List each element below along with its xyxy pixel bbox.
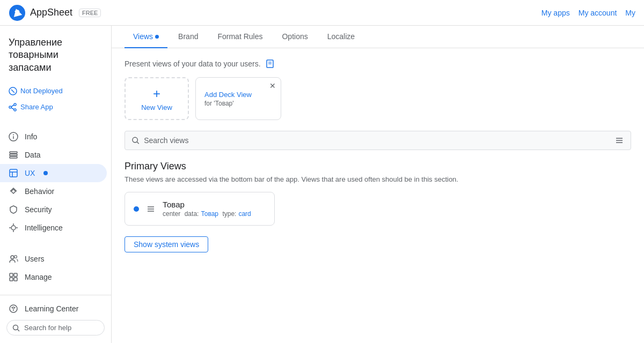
search-help-input-area[interactable]: Search for help	[6, 320, 105, 335]
tab-options[interactable]: Options	[273, 26, 316, 48]
sidebar-item-intelligence[interactable]: Intelligence	[0, 219, 107, 237]
search-views-icon	[131, 136, 140, 145]
security-icon	[9, 205, 18, 214]
app-title: Управление товарными запасами	[0, 32, 111, 83]
svg-point-22	[11, 256, 14, 259]
svg-point-5	[9, 106, 11, 108]
behavior-label: Behavior	[25, 187, 54, 196]
book-icon	[265, 59, 275, 69]
security-label: Security	[25, 205, 52, 214]
list-view-icon	[614, 136, 624, 145]
layout: Управление товарными запасами Not Deploy…	[0, 26, 644, 343]
svg-rect-27	[14, 278, 17, 281]
view-item-tovar[interactable]: Товар center data: Товар type: card	[125, 192, 275, 226]
behavior-icon	[9, 187, 18, 196]
svg-point-3	[14, 103, 16, 106]
ux-icon	[9, 168, 18, 178]
tab-brand-label: Brand	[178, 32, 198, 41]
view-name: Товар	[163, 200, 251, 209]
sidebar-item-manage[interactable]: Manage	[0, 268, 107, 286]
view-type-value: card	[238, 210, 251, 218]
add-deck-card[interactable]: ✕ Add Deck View for 'Товар'	[195, 77, 281, 120]
svg-point-4	[14, 109, 16, 111]
svg-point-35	[133, 137, 137, 142]
appsheet-logo-icon	[9, 4, 26, 21]
svg-rect-12	[10, 154, 17, 156]
view-position-label: center	[163, 210, 180, 218]
learning-center-label: Learning Center	[25, 304, 78, 313]
sidebar-item-info[interactable]: Info	[0, 128, 107, 146]
list-view-type-icon	[145, 204, 156, 214]
sidebar-item-ux[interactable]: UX	[0, 164, 107, 182]
svg-point-10	[13, 135, 14, 136]
view-active-dot	[134, 206, 139, 212]
plus-icon: +	[153, 86, 160, 101]
not-deployed-status[interactable]: Not Deployed	[0, 83, 111, 99]
learning-center-icon	[9, 304, 18, 314]
tab-format-rules[interactable]: Format Rules	[209, 26, 271, 48]
view-info: Товар center data: Товар type: card	[163, 200, 251, 218]
new-view-card[interactable]: + New View	[125, 77, 189, 120]
ux-active-dot	[43, 171, 48, 175]
svg-line-31	[18, 329, 20, 331]
tab-views-dot	[155, 35, 159, 39]
share-icon	[9, 102, 17, 111]
header-left: AppSheet FREE	[9, 4, 101, 21]
search-views-input[interactable]	[144, 136, 610, 145]
svg-rect-24	[10, 273, 13, 277]
info-icon	[9, 132, 18, 141]
sidebar-bottom: Learning Center Search for help	[0, 286, 111, 343]
main-content: Views Brand Format Rules Options Localiz…	[112, 26, 644, 343]
app-brand-name: AppSheet	[30, 7, 72, 18]
plan-badge: FREE	[79, 9, 101, 17]
sidebar-nav-secondary: Users Manage	[0, 250, 111, 286]
close-icon[interactable]: ✕	[268, 81, 277, 91]
add-view-row: + New View ✕ Add Deck View for 'Товар'	[125, 77, 631, 120]
data-label: Data	[25, 151, 41, 159]
info-label: Info	[25, 132, 37, 141]
view-data-value: Товар	[201, 210, 218, 218]
share-app-item[interactable]: Share App	[0, 99, 111, 115]
view-meta: center data: Товар type: card	[163, 210, 251, 218]
sidebar-item-learning-center[interactable]: Learning Center	[0, 300, 107, 318]
tab-brand[interactable]: Brand	[170, 26, 207, 48]
search-help-icon	[12, 324, 20, 332]
primary-views-title: Primary Views	[125, 161, 631, 172]
users-icon	[9, 254, 18, 264]
svg-rect-26	[10, 278, 13, 281]
tab-views[interactable]: Views	[125, 26, 167, 48]
search-views-bar[interactable]	[125, 131, 631, 150]
add-deck-subtitle: for 'Товар'	[204, 100, 272, 107]
users-label: Users	[25, 255, 45, 263]
intelligence-icon	[9, 223, 18, 233]
my-apps-link[interactable]: My apps	[541, 9, 570, 17]
tab-views-label: Views	[133, 32, 153, 41]
manage-label: Manage	[25, 273, 52, 281]
svg-rect-13	[10, 156, 17, 158]
tab-localize-label: Localize	[327, 32, 355, 41]
tab-format-rules-label: Format Rules	[217, 32, 262, 41]
sidebar: Управление товарными запасами Not Deploy…	[0, 26, 112, 343]
sidebar-item-security[interactable]: Security	[0, 200, 107, 219]
svg-line-36	[137, 142, 138, 144]
svg-rect-14	[10, 169, 17, 177]
sidebar-item-data[interactable]: Data	[0, 146, 107, 164]
svg-line-2	[11, 90, 14, 93]
svg-point-23	[14, 256, 17, 258]
show-system-views-button[interactable]: Show system views	[125, 236, 208, 252]
primary-views-desc: These views are accessed via the bottom …	[125, 175, 631, 183]
content-desc-text: Present views of your data to your users…	[125, 59, 261, 68]
primary-views-section: Primary Views These views are accessed v…	[125, 161, 631, 226]
header: AppSheet FREE My apps My account My	[0, 0, 644, 26]
view-type-label: type:	[221, 210, 236, 218]
tabs-bar: Views Brand Format Rules Options Localiz…	[112, 26, 644, 48]
search-help-label: Search for help	[24, 324, 71, 332]
sidebar-item-behavior[interactable]: Behavior	[0, 182, 107, 200]
my-menu-link[interactable]: My	[625, 9, 635, 17]
tab-localize[interactable]: Localize	[319, 26, 363, 48]
svg-rect-25	[14, 273, 17, 277]
content-area: Present views of your data to your users…	[112, 48, 644, 263]
sidebar-item-users[interactable]: Users	[0, 250, 107, 268]
my-account-link[interactable]: My account	[579, 9, 617, 17]
add-deck-title: Add Deck View	[204, 91, 272, 99]
